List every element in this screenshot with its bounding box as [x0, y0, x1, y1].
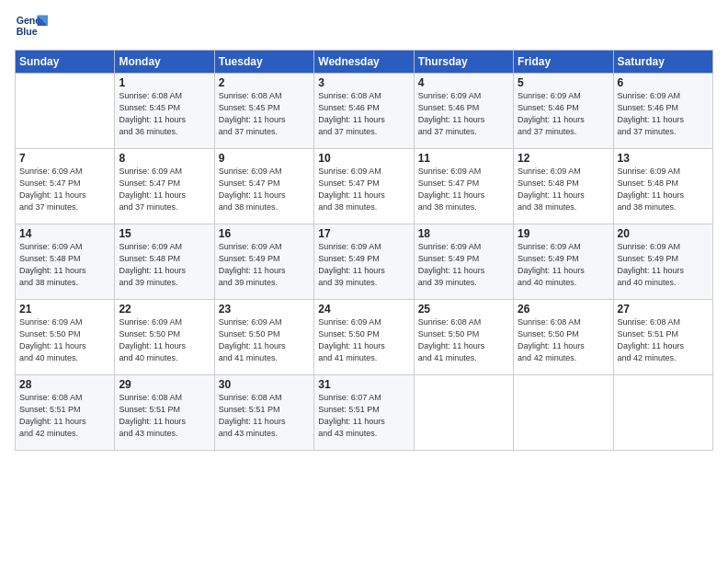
day-number: 15 — [119, 227, 210, 240]
day-number: 21 — [19, 303, 110, 316]
day-number: 26 — [518, 303, 609, 316]
calendar-cell: 10Sunrise: 6:09 AM Sunset: 5:47 PM Dayli… — [314, 149, 414, 224]
day-info: Sunrise: 6:09 AM Sunset: 5:48 PM Dayligh… — [119, 241, 210, 289]
day-info: Sunrise: 6:09 AM Sunset: 5:46 PM Dayligh… — [418, 90, 509, 138]
day-number: 18 — [418, 227, 509, 240]
day-number: 10 — [318, 152, 409, 165]
calendar-cell: 19Sunrise: 6:09 AM Sunset: 5:49 PM Dayli… — [514, 224, 613, 300]
day-info: Sunrise: 6:09 AM Sunset: 5:50 PM Dayligh… — [119, 316, 210, 364]
day-number: 1 — [119, 76, 210, 89]
weekday-header: Sunday — [16, 51, 115, 74]
header: General Blue — [15, 9, 713, 42]
calendar-cell: 2Sunrise: 6:08 AM Sunset: 5:45 PM Daylig… — [214, 74, 313, 149]
day-info: Sunrise: 6:08 AM Sunset: 5:46 PM Dayligh… — [318, 90, 409, 138]
calendar-table: SundayMondayTuesdayWednesdayThursdayFrid… — [15, 50, 713, 451]
day-info: Sunrise: 6:09 AM Sunset: 5:49 PM Dayligh… — [618, 241, 709, 289]
weekday-header: Thursday — [414, 51, 513, 74]
day-info: Sunrise: 6:08 AM Sunset: 5:51 PM Dayligh… — [19, 392, 110, 440]
day-number: 8 — [119, 152, 210, 165]
calendar-cell: 13Sunrise: 6:09 AM Sunset: 5:48 PM Dayli… — [613, 149, 712, 224]
day-number: 19 — [518, 227, 609, 240]
calendar-cell: 20Sunrise: 6:09 AM Sunset: 5:49 PM Dayli… — [613, 224, 712, 300]
calendar-cell: 23Sunrise: 6:09 AM Sunset: 5:50 PM Dayli… — [214, 300, 313, 375]
calendar-cell: 7Sunrise: 6:09 AM Sunset: 5:47 PM Daylig… — [16, 149, 115, 224]
calendar-cell: 12Sunrise: 6:09 AM Sunset: 5:48 PM Dayli… — [514, 149, 613, 224]
day-number: 30 — [219, 378, 310, 391]
calendar-cell: 14Sunrise: 6:09 AM Sunset: 5:48 PM Dayli… — [16, 224, 115, 300]
calendar-cell: 5Sunrise: 6:09 AM Sunset: 5:46 PM Daylig… — [514, 74, 613, 149]
calendar-cell: 1Sunrise: 6:08 AM Sunset: 5:45 PM Daylig… — [115, 74, 214, 149]
day-number: 16 — [219, 227, 310, 240]
calendar-cell: 24Sunrise: 6:09 AM Sunset: 5:50 PM Dayli… — [314, 300, 414, 375]
day-info: Sunrise: 6:09 AM Sunset: 5:50 PM Dayligh… — [219, 316, 310, 364]
calendar-cell: 27Sunrise: 6:08 AM Sunset: 5:51 PM Dayli… — [613, 300, 712, 375]
day-number: 7 — [19, 152, 110, 165]
day-info: Sunrise: 6:08 AM Sunset: 5:51 PM Dayligh… — [618, 316, 709, 364]
day-info: Sunrise: 6:08 AM Sunset: 5:51 PM Dayligh… — [219, 392, 310, 440]
day-info: Sunrise: 6:09 AM Sunset: 5:49 PM Dayligh… — [418, 241, 509, 289]
day-number: 3 — [318, 76, 409, 89]
calendar-cell: 3Sunrise: 6:08 AM Sunset: 5:46 PM Daylig… — [314, 74, 414, 149]
calendar-cell: 31Sunrise: 6:07 AM Sunset: 5:51 PM Dayli… — [314, 375, 414, 451]
day-info: Sunrise: 6:09 AM Sunset: 5:47 PM Dayligh… — [219, 166, 310, 213]
day-info: Sunrise: 6:09 AM Sunset: 5:47 PM Dayligh… — [318, 166, 409, 213]
calendar-cell: 29Sunrise: 6:08 AM Sunset: 5:51 PM Dayli… — [115, 375, 214, 451]
calendar-cell — [514, 375, 613, 451]
calendar-cell — [414, 375, 513, 451]
day-number: 12 — [518, 152, 609, 165]
calendar-cell: 25Sunrise: 6:08 AM Sunset: 5:50 PM Dayli… — [414, 300, 513, 375]
calendar-cell: 17Sunrise: 6:09 AM Sunset: 5:49 PM Dayli… — [314, 224, 414, 300]
day-info: Sunrise: 6:09 AM Sunset: 5:48 PM Dayligh… — [518, 166, 609, 213]
day-info: Sunrise: 6:09 AM Sunset: 5:48 PM Dayligh… — [618, 166, 709, 213]
day-number: 2 — [219, 76, 310, 89]
calendar-cell: 28Sunrise: 6:08 AM Sunset: 5:51 PM Dayli… — [16, 375, 115, 451]
day-info: Sunrise: 6:09 AM Sunset: 5:46 PM Dayligh… — [618, 90, 709, 138]
day-number: 4 — [418, 76, 509, 89]
calendar-cell: 8Sunrise: 6:09 AM Sunset: 5:47 PM Daylig… — [115, 149, 214, 224]
calendar-cell: 21Sunrise: 6:09 AM Sunset: 5:50 PM Dayli… — [16, 300, 115, 375]
calendar-cell: 4Sunrise: 6:09 AM Sunset: 5:46 PM Daylig… — [414, 74, 513, 149]
day-info: Sunrise: 6:08 AM Sunset: 5:45 PM Dayligh… — [119, 90, 210, 138]
day-number: 31 — [318, 378, 409, 391]
svg-text:Blue: Blue — [17, 26, 38, 37]
day-info: Sunrise: 6:09 AM Sunset: 5:46 PM Dayligh… — [518, 90, 609, 138]
day-number: 6 — [618, 76, 709, 89]
logo: General Blue — [15, 9, 48, 42]
day-info: Sunrise: 6:09 AM Sunset: 5:48 PM Dayligh… — [19, 241, 110, 289]
day-number: 9 — [219, 152, 310, 165]
calendar-cell: 26Sunrise: 6:08 AM Sunset: 5:50 PM Dayli… — [514, 300, 613, 375]
calendar-cell: 6Sunrise: 6:09 AM Sunset: 5:46 PM Daylig… — [613, 74, 712, 149]
day-number: 14 — [19, 227, 110, 240]
day-number: 5 — [518, 76, 609, 89]
calendar-cell: 16Sunrise: 6:09 AM Sunset: 5:49 PM Dayli… — [214, 224, 313, 300]
day-number: 27 — [618, 303, 709, 316]
day-info: Sunrise: 6:09 AM Sunset: 5:50 PM Dayligh… — [318, 316, 409, 364]
day-info: Sunrise: 6:08 AM Sunset: 5:50 PM Dayligh… — [418, 316, 509, 364]
calendar-cell — [613, 375, 712, 451]
calendar-cell: 22Sunrise: 6:09 AM Sunset: 5:50 PM Dayli… — [115, 300, 214, 375]
day-number: 25 — [418, 303, 509, 316]
day-info: Sunrise: 6:07 AM Sunset: 5:51 PM Dayligh… — [318, 392, 409, 440]
day-number: 29 — [119, 378, 210, 391]
weekday-header: Monday — [115, 51, 214, 74]
weekday-header: Wednesday — [314, 51, 414, 74]
day-number: 23 — [219, 303, 310, 316]
day-info: Sunrise: 6:08 AM Sunset: 5:51 PM Dayligh… — [119, 392, 210, 440]
day-info: Sunrise: 6:08 AM Sunset: 5:45 PM Dayligh… — [219, 90, 310, 138]
day-number: 17 — [318, 227, 409, 240]
calendar-cell: 15Sunrise: 6:09 AM Sunset: 5:48 PM Dayli… — [115, 224, 214, 300]
day-info: Sunrise: 6:09 AM Sunset: 5:50 PM Dayligh… — [19, 316, 110, 364]
day-number: 24 — [318, 303, 409, 316]
day-info: Sunrise: 6:09 AM Sunset: 5:47 PM Dayligh… — [418, 166, 509, 213]
day-info: Sunrise: 6:09 AM Sunset: 5:47 PM Dayligh… — [119, 166, 210, 213]
day-info: Sunrise: 6:09 AM Sunset: 5:47 PM Dayligh… — [19, 166, 110, 213]
day-number: 13 — [618, 152, 709, 165]
weekday-header: Saturday — [613, 51, 712, 74]
calendar-cell — [16, 74, 115, 149]
day-info: Sunrise: 6:08 AM Sunset: 5:50 PM Dayligh… — [518, 316, 609, 364]
day-number: 11 — [418, 152, 509, 165]
calendar-cell: 30Sunrise: 6:08 AM Sunset: 5:51 PM Dayli… — [214, 375, 313, 451]
day-number: 28 — [19, 378, 110, 391]
weekday-header: Friday — [514, 51, 613, 74]
calendar-cell: 9Sunrise: 6:09 AM Sunset: 5:47 PM Daylig… — [214, 149, 313, 224]
